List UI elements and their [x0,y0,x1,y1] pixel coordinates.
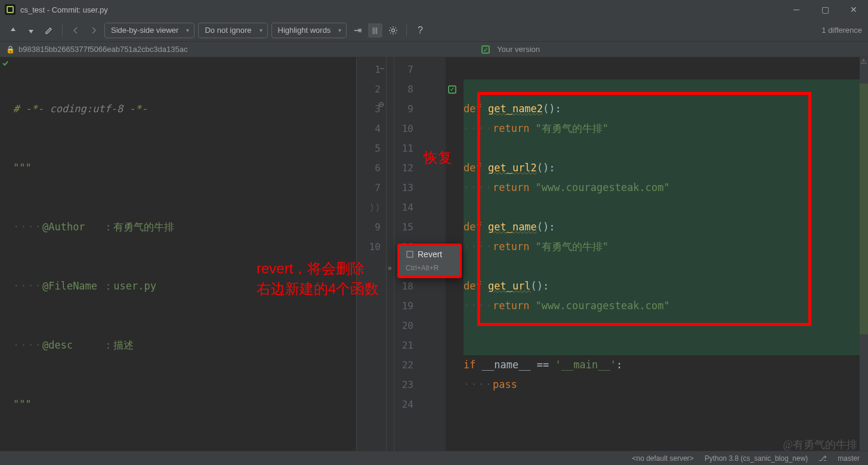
edit-icon[interactable] [42,23,56,38]
back-icon[interactable] [69,23,83,38]
status-python[interactable]: Python 3.8 (cs_sanic_blog_new) [705,454,808,463]
forward-icon[interactable] [87,23,101,38]
watermark: @有勇气的牛排 [783,438,857,452]
ignore-mode-select[interactable]: Do not ignore [198,23,267,38]
highlight-mode-select[interactable]: Highlight words [271,23,347,38]
maximize-button[interactable]: ▢ [820,5,830,14]
include-checkbox[interactable]: ✓ [481,45,490,54]
status-branch[interactable]: master [838,454,860,463]
left-pane: # -*- coding:utf-8 -*- """ ····@Author ：… [0,57,386,451]
svg-point-0 [392,29,395,32]
status-server[interactable]: <no default server> [632,454,693,463]
svg-rect-1 [407,251,413,257]
left-code[interactable]: # -*- coding:utf-8 -*- """ ····@Author ：… [0,57,386,451]
diff-container: # -*- coding:utf-8 -*- """ ····@Author ：… [0,57,868,451]
revert-menu-item[interactable]: Revert [400,246,459,263]
revision-hash: b983815bb2665377f5066eab751a2cbc3da135ac [18,45,187,54]
window-title: cs_test - Commit: user.py [20,5,108,14]
branch-icon: ⎇ [818,454,827,463]
diff-toolbar: Side-by-side viewer Do not ignore Highli… [0,19,868,42]
lock-icon: 🔒 [6,45,15,54]
close-button[interactable]: ✕ [849,5,858,14]
right-code[interactable]: def get_name2():····return "有勇气的牛排"def g… [459,57,860,451]
diff-splitter[interactable]: » [386,57,394,451]
revert-shortcut: Ctrl+Alt+R [400,263,459,276]
right-pane: 789101112131415161718192021222324 ✓ def … [394,57,868,451]
diff-count: 1 difference [821,26,862,35]
right-version-label: Your version [497,45,540,54]
checked-icon[interactable]: ✓ [448,85,456,94]
prev-diff-icon[interactable] [6,23,20,38]
revision-bar: 🔒 b983815bb2665377f5066eab751a2cbc3da135… [0,42,868,57]
collapse-icon[interactable]: ⇥ [350,23,365,38]
context-menu: Revert Ctrl+Alt+R [397,244,462,278]
statusbar: <no default server> Python 3.8 (cs_sanic… [0,451,868,465]
settings-icon[interactable] [386,23,400,38]
right-scrollbar[interactable]: ⚠ [860,57,868,451]
app-icon [5,4,16,15]
help-icon[interactable]: ? [413,23,427,38]
minimize-button[interactable]: ─ [792,5,801,14]
sync-scroll-icon[interactable]: ⫼ [368,23,382,38]
next-diff-icon[interactable] [24,23,38,38]
viewer-mode-select[interactable]: Side-by-side viewer [104,23,194,38]
revert-icon [406,250,414,258]
left-gutter: 1234567⟩⟩910 ⎯ ⊖ [356,57,386,451]
titlebar: cs_test - Commit: user.py ─ ▢ ✕ [0,0,868,19]
